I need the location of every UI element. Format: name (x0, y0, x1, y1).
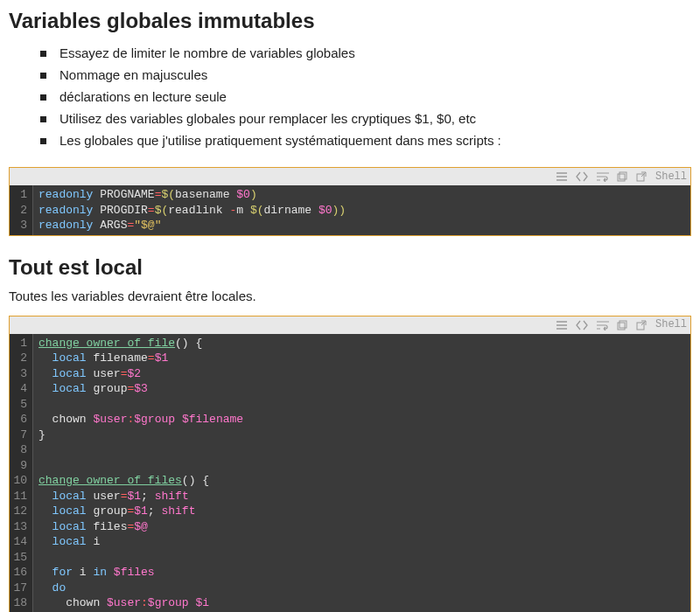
code-icon[interactable] (575, 320, 589, 330)
code-lang-label: Shell (654, 170, 687, 184)
svg-rect-4 (618, 323, 625, 330)
menu-icon[interactable] (556, 171, 568, 182)
line-gutter: 1234567891011121314151617181920 (10, 334, 33, 613)
section1-heading: Variables globales immutables (9, 9, 691, 33)
code-toolbar: Shell (10, 168, 690, 185)
code-lines: readonly PROGNAME=$(basename $0)readonly… (33, 185, 690, 235)
wrap-icon[interactable] (596, 320, 610, 330)
bullet-item: déclarations en lecture seule (40, 86, 691, 108)
svg-rect-1 (618, 174, 625, 181)
menu-icon[interactable] (556, 320, 568, 330)
popout-icon[interactable] (636, 320, 647, 330)
bullet-item: Les globales que j'utilise pratiquement … (40, 129, 691, 151)
bullet-item: Nommage en majuscules (40, 64, 691, 86)
code-toolbar: Shell (10, 316, 690, 334)
bullet-item: Essayez de limiter le nombre de variable… (40, 42, 691, 64)
line-gutter: 123 (10, 185, 33, 235)
bullet-item: Utilisez des variables globales pour rem… (40, 108, 691, 129)
svg-rect-3 (620, 321, 626, 328)
code-lang-label: Shell (654, 317, 687, 331)
copy-icon[interactable] (617, 320, 629, 330)
code-lines: change_owner_of_file() { local filename=… (33, 334, 690, 613)
code-block-1: Shell 123 readonly PROGNAME=$(basename $… (9, 167, 691, 236)
section2-paragraph: Toutes les variables devraient être loca… (9, 289, 691, 303)
popout-icon[interactable] (636, 171, 647, 182)
wrap-icon[interactable] (596, 171, 610, 182)
copy-icon[interactable] (617, 171, 629, 182)
svg-rect-0 (620, 172, 626, 179)
code-block-2: Shell 1234567891011121314151617181920 ch… (9, 316, 691, 613)
section2-heading: Tout est local (9, 255, 691, 280)
section1-bullets: Essayez de limiter le nombre de variable… (9, 42, 691, 151)
code-icon[interactable] (575, 171, 589, 182)
